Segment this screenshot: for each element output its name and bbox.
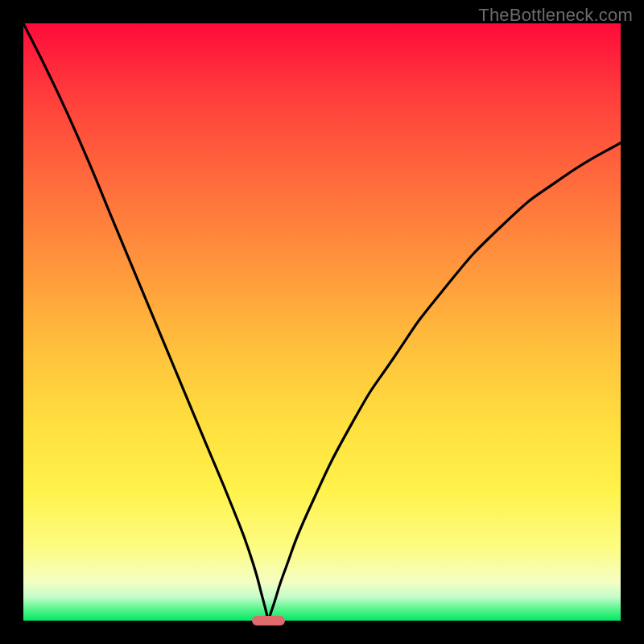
cusp-marker [252, 616, 285, 625]
curve-path [23, 23, 621, 621]
watermark-text: TheBottleneck.com [478, 5, 633, 26]
chart-frame: TheBottleneck.com [0, 0, 644, 644]
plot-area [23, 23, 621, 621]
bottleneck-curve [23, 23, 621, 621]
